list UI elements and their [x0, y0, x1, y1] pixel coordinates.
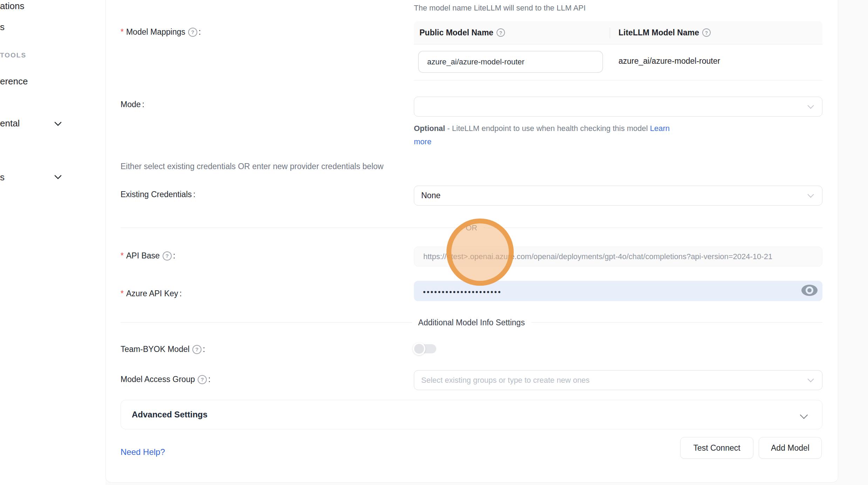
advanced-settings-panel[interactable]: Advanced Settings — [121, 400, 822, 429]
label-text: Team-BYOK Model — [121, 345, 190, 354]
existing-credentials-label: Existing Credentials — [121, 190, 196, 199]
mode-select[interactable] — [414, 97, 822, 117]
header-text: LiteLLM Model Name — [618, 28, 699, 37]
label-text: API Base — [126, 251, 160, 261]
sidebar-item-label: ental — [0, 118, 20, 129]
label-text: Existing Credentials — [121, 190, 192, 199]
required-asterisk: * — [121, 27, 124, 37]
label-colon — [178, 289, 182, 298]
additional-settings-divider: Additional Model Info Settings — [121, 322, 822, 323]
model-access-group-label: Model Access Group — [121, 375, 211, 384]
litellm-model-name-header: LiteLLM Model Name — [610, 28, 711, 37]
help-question-icon[interactable] — [192, 345, 201, 354]
model-name-hint: The model name LiteLLM will send to the … — [414, 4, 586, 13]
required-asterisk: * — [121, 289, 124, 298]
label-colon — [207, 375, 210, 384]
sidebar-section-label: TOOLS — [0, 51, 26, 59]
sidebar-item-label: ations — [0, 1, 24, 11]
hint-line-2: more — [414, 135, 670, 148]
chevron-down-icon[interactable] — [54, 172, 62, 179]
label-colon — [201, 345, 205, 354]
label-text: Azure API Key — [126, 289, 178, 298]
or-divider-text: OR — [459, 223, 484, 233]
hint-text: - LiteLLM endpoint to use when health ch… — [445, 124, 650, 133]
sidebar-item-label: erence — [0, 76, 28, 86]
eye-icon[interactable] — [801, 285, 818, 296]
hint-bold: Optional — [414, 124, 445, 133]
hint-line-1: Optional - LiteLLM endpoint to use when … — [414, 122, 670, 135]
help-question-icon[interactable] — [497, 28, 505, 37]
chevron-down-icon — [807, 191, 814, 198]
sidebar-item-ations[interactable]: ations — [0, 1, 24, 12]
api-base-input[interactable] — [414, 247, 822, 266]
public-model-name-input[interactable] — [418, 51, 603, 73]
need-help-link[interactable]: Need Help? — [121, 447, 165, 457]
label-colon — [172, 251, 175, 261]
sidebar-item-s2[interactable]: s — [0, 172, 5, 183]
help-question-icon[interactable] — [188, 28, 197, 37]
public-model-name-header: Public Model Name — [414, 28, 610, 37]
litellm-model-name-value: azure_ai/azure-model-router — [618, 56, 720, 66]
model-mappings-table: Public Model Name LiteLLM Model Name azu… — [414, 21, 822, 81]
sidebar-item-ental[interactable]: ental — [0, 118, 20, 129]
required-asterisk: * — [121, 251, 124, 261]
learn-more-link[interactable]: more — [414, 137, 431, 146]
team-byok-label: Team-BYOK Model — [121, 345, 205, 354]
divider-text: Additional Model Info Settings — [412, 318, 531, 327]
sidebar: ations s TOOLS erence ental s — [0, 0, 105, 485]
chevron-down-icon[interactable] — [54, 119, 62, 126]
label-colon — [197, 27, 201, 37]
header-divider — [610, 28, 610, 38]
learn-more-link[interactable]: Learn — [650, 124, 670, 133]
sidebar-section-tools: TOOLS — [0, 51, 26, 59]
table-row: azure_ai/azure-model-router — [414, 44, 822, 81]
label-text: Model Access Group — [121, 375, 195, 384]
advanced-settings-title: Advanced Settings — [132, 410, 207, 420]
chevron-down-icon — [800, 411, 808, 419]
add-model-page: ations s TOOLS erence ental s The model … — [0, 0, 868, 485]
mode-optional-hint: Optional - LiteLLM endpoint to use when … — [414, 122, 670, 148]
chevron-down-icon — [807, 376, 814, 382]
sidebar-item-label: s — [0, 22, 5, 32]
or-divider: OR — [121, 228, 822, 228]
existing-credentials-value: None — [421, 191, 440, 200]
existing-credentials-select[interactable]: None — [414, 186, 822, 206]
header-text: Public Model Name — [419, 28, 493, 37]
help-question-icon[interactable] — [702, 28, 711, 37]
credentials-hint: Either select existing credentials OR en… — [121, 162, 383, 171]
label-text: Model Mappings — [126, 27, 185, 37]
sidebar-item-erence[interactable]: erence — [0, 76, 28, 87]
sidebar-item-label: s — [0, 172, 5, 182]
help-question-icon[interactable] — [163, 251, 172, 261]
chevron-down-icon — [807, 102, 814, 109]
azure-api-key-input[interactable] — [414, 281, 822, 301]
model-mappings-label: * Model Mappings — [121, 27, 201, 37]
toggle-knob — [413, 342, 425, 355]
add-model-button[interactable]: Add Model — [759, 437, 822, 459]
api-base-label: * API Base — [121, 251, 175, 261]
sidebar-item-s1[interactable]: s — [0, 22, 5, 33]
model-access-group-placeholder: Select existing groups or type to create… — [421, 376, 590, 385]
model-access-group-select[interactable]: Select existing groups or type to create… — [414, 370, 822, 390]
label-colon — [192, 190, 195, 199]
team-byok-toggle[interactable] — [414, 344, 436, 353]
label-colon — [141, 100, 144, 109]
mode-label: Mode — [121, 100, 144, 109]
help-question-icon[interactable] — [198, 375, 207, 384]
table-header-row: Public Model Name LiteLLM Model Name — [414, 21, 822, 44]
test-connect-button[interactable]: Test Connect — [680, 437, 753, 459]
label-text: Mode — [121, 100, 141, 109]
azure-api-key-label: * Azure API Key — [121, 289, 182, 298]
